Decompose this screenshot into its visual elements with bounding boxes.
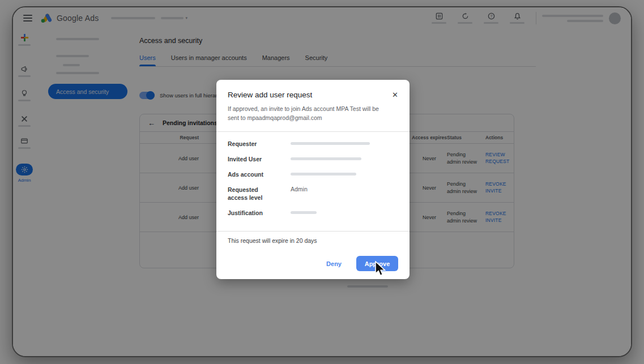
expiry-note: This request will expire in 20 days — [228, 237, 398, 244]
field-requester: Requester — [228, 140, 398, 148]
field-label: Requested access level — [228, 186, 278, 202]
field-label: Requester — [228, 140, 278, 148]
review-add-user-request-dialog: Review add user request ✕ If approved, a… — [216, 80, 410, 279]
browser-window: Google Ads ▾ ? — [12, 6, 632, 357]
close-icon[interactable]: ✕ — [392, 91, 398, 99]
divider — [216, 131, 410, 132]
divider — [216, 231, 410, 232]
field-access-level: Requested access level Admin — [228, 186, 398, 202]
field-ads-account: Ads account — [228, 170, 398, 178]
request-fields: Requester Invited User Ads account Reque… — [228, 140, 398, 225]
value-skeleton — [291, 157, 361, 160]
access-level-value: Admin — [291, 186, 308, 192]
field-label: Invited User — [228, 155, 278, 163]
value-skeleton — [291, 142, 370, 145]
value-skeleton — [291, 173, 356, 175]
value-skeleton — [291, 211, 317, 214]
field-justification: Justification — [228, 209, 398, 217]
dialog-title: Review add user request — [228, 91, 312, 99]
field-label: Ads account — [228, 170, 278, 178]
approve-button[interactable]: Approve — [356, 256, 398, 271]
field-label: Justification — [228, 209, 278, 217]
dialog-description: If approved, an invite to join Ads accou… — [228, 104, 391, 123]
deny-button[interactable]: Deny — [322, 257, 346, 271]
field-invited-user: Invited User — [228, 155, 398, 163]
